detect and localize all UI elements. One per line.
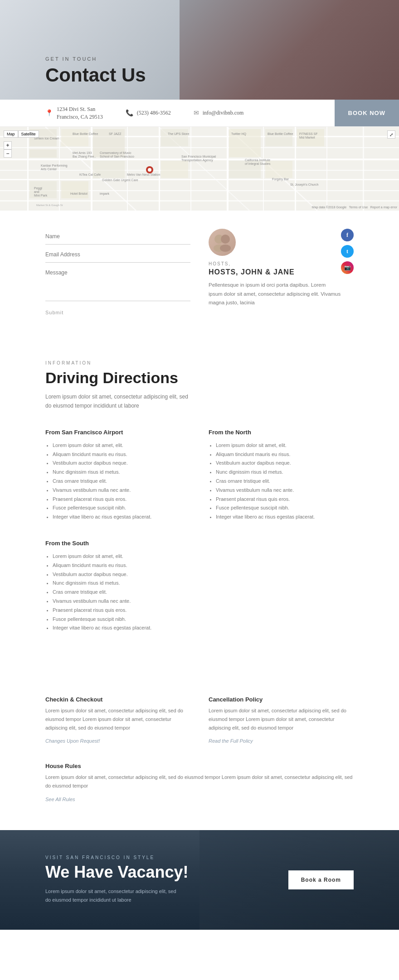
south-list: Lorem ipsum dolor sit amet, elit. Aliqua…	[45, 552, 200, 633]
svg-text:Metro Van Ness Station: Metro Van Ness Station	[127, 173, 161, 176]
svg-rect-16	[295, 127, 296, 211]
svg-text:Transportation Agency: Transportation Agency	[181, 159, 213, 162]
hosts-description: Pellentesque in ipsum id orci porta dapi…	[209, 281, 341, 307]
list-item: Aliquam tincidunt mauris eu risus.	[216, 450, 354, 459]
list-item: Vivamus vestibulum nulla nec ante.	[216, 486, 354, 495]
svg-rect-23	[29, 149, 57, 158]
directions-north: From the North Lorem ipsum dolor sit ame…	[209, 429, 354, 522]
list-item: Nunc dignissim risus id metus.	[53, 579, 200, 588]
cta-title: We Have Vacancy!	[45, 863, 288, 882]
hosts-name: HOSTS, JOHN & JANE	[209, 268, 341, 276]
svg-text:Twitter HQ: Twitter HQ	[231, 132, 247, 136]
svg-rect-17	[326, 127, 327, 211]
svg-rect-15	[263, 127, 264, 211]
map-section: Simien Ice Cream Blue Bottle Coffee SF J…	[0, 127, 399, 211]
instagram-icon[interactable]: 📷	[341, 261, 354, 274]
contact-phone: 📞 (523) 486-3562	[126, 109, 171, 117]
directions-eyebrow: INFORMATION	[45, 360, 354, 365]
directions-south-block: From the South Lorem ipsum dolor sit ame…	[45, 540, 354, 651]
hero-section: GET IN TOUCH Contact Us	[0, 0, 399, 100]
list-item: Cras ornare tristique elit.	[53, 588, 200, 597]
checkin-policy: Checkin & Checkout Lorem ipsum dolor sit…	[45, 696, 190, 745]
cancellation-title: Cancellation Policy	[209, 696, 354, 703]
north-list: Lorem ipsum dolor sit amet, elit. Aliqua…	[209, 441, 354, 522]
directions-grid-top: From San Francisco Airport Lorem ipsum d…	[45, 429, 354, 522]
satellite-button[interactable]: Satellite	[18, 130, 39, 138]
phone-number: (523) 486-3562	[137, 110, 171, 116]
house-rules-text: Lorem ipsum dolor sit amet, consectetur …	[45, 773, 354, 790]
list-item: Nunc dignissim risus id metus.	[53, 468, 190, 477]
name-input[interactable]	[45, 229, 190, 245]
map-footer: Map data ©2018 Google Terms of Use Repor…	[312, 206, 397, 209]
list-item: Lorem ipsum dolor sit amet, elit.	[216, 441, 354, 450]
book-room-button[interactable]: Book a Room	[288, 870, 354, 889]
directions-description: Lorem ipsum dolor sit amet, consectetur …	[45, 392, 190, 411]
list-item: Lorem ipsum dolor sit amet, elit.	[53, 441, 190, 450]
house-rules-title: House Rules	[45, 763, 354, 769]
contact-bar: 📍 1234 Divi St. San Francisco, CA 29513 …	[0, 100, 399, 127]
svg-rect-11	[127, 127, 128, 211]
directions-airport: From San Francisco Airport Lorem ipsum d…	[45, 429, 190, 522]
svg-text:California Institute: California Institute	[245, 159, 270, 162]
svg-rect-26	[161, 129, 188, 146]
list-item: Integer vitae libero ac risus egestas pl…	[53, 624, 200, 633]
checkin-link[interactable]: Changes Upon Request!	[45, 738, 100, 744]
map-button[interactable]: Map	[4, 130, 18, 138]
list-item: Vivamus vestibulum nulla nec ante.	[53, 597, 200, 606]
phone-icon: 📞	[126, 109, 133, 117]
list-item: Vestibulum auctor dapibus neque.	[53, 459, 190, 468]
expand-map-button[interactable]: ⤢	[387, 130, 395, 139]
book-now-button[interactable]: Book Now	[335, 100, 399, 126]
map-zoom[interactable]: + −	[4, 141, 12, 158]
svg-text:of Integral Studies: of Integral Studies	[245, 162, 271, 166]
contact-form: Submit	[45, 229, 190, 315]
map-background: Simien Ice Cream Blue Bottle Coffee SF J…	[0, 127, 399, 211]
hero-eyebrow: GET IN TOUCH	[45, 56, 146, 62]
address-line1: 1234 Divi St. San	[57, 106, 103, 113]
svg-text:Conservatory of Music: Conservatory of Music	[100, 151, 131, 155]
svg-rect-33	[161, 161, 188, 178]
submit-button[interactable]: Submit	[45, 310, 63, 315]
checkin-title: Checkin & Checkout	[45, 696, 190, 703]
driving-directions-section: INFORMATION Driving Directions Lorem ips…	[0, 333, 399, 678]
house-rules-link[interactable]: See All Rules	[45, 797, 75, 802]
message-input[interactable]	[45, 265, 190, 301]
list-item: Integer vitae libero ac risus egestas pl…	[216, 513, 354, 522]
list-item: Fusce pellentesque suscipit nibh.	[53, 504, 190, 513]
email-input[interactable]	[45, 247, 190, 263]
list-item: Fusce pellentesque suscipit nibh.	[53, 615, 200, 624]
svg-text:Mini Park: Mini Park	[34, 194, 48, 197]
svg-rect-8	[27, 127, 29, 211]
list-item: Lorem ipsum dolor sit amet, elit.	[53, 552, 200, 561]
cancellation-link[interactable]: Read the Full Policy	[209, 738, 253, 744]
twitter-icon[interactable]: t	[341, 245, 354, 258]
svg-rect-28	[265, 129, 292, 146]
svg-text:SF JAZZ: SF JAZZ	[109, 132, 122, 135]
svg-rect-14	[227, 127, 229, 211]
svg-point-70	[220, 245, 231, 252]
svg-text:Forgery Bar: Forgery Bar	[272, 178, 289, 181]
list-item: Aliquam tincidunt mauris eu risus.	[53, 450, 190, 459]
cta-footer: VISIT SAN FRANCISCO IN STYLE We Have Vac…	[0, 830, 399, 930]
facebook-icon[interactable]: f	[341, 229, 354, 241]
svg-text:Hotel Bristol: Hotel Bristol	[70, 192, 88, 195]
svg-text:The UPS Store: The UPS Store	[168, 132, 189, 135]
hosts-section: Hosts, HOSTS, JOHN & JANE Pellentesque i…	[209, 229, 354, 307]
address-line2: Francisco, CA 29513	[57, 113, 103, 121]
email-address: info@divibnb.com	[203, 110, 244, 116]
list-item: Vivamus vestibulum nulla nec ante.	[53, 486, 190, 495]
zoom-out-button[interactable]: −	[4, 149, 12, 158]
zoom-in-button[interactable]: +	[4, 141, 12, 149]
list-item: Cras ornare tristique elit.	[216, 477, 354, 486]
cancellation-policy: Cancellation Policy Lorem ipsum dolor si…	[209, 696, 354, 745]
cta-description: Lorem ipsum dolor sit amet, consectetur …	[45, 887, 181, 904]
airport-list: Lorem ipsum dolor sit amet, elit. Aliqua…	[45, 441, 190, 522]
svg-text:Bai Zhang Flee..: Bai Zhang Flee..	[73, 155, 96, 159]
svg-text:FITNESS SF: FITNESS SF	[299, 132, 317, 135]
map-controls[interactable]: Map Satellite	[4, 130, 39, 138]
contact-hosts-section: Submit Hosts, HOSTS, JOHN & JANE Pellent…	[0, 211, 399, 333]
svg-text:Market St & Gough St: Market St & Gough St	[36, 204, 63, 207]
svg-text:Mid Market: Mid Market	[299, 136, 315, 139]
list-item: Vestibulum auctor dapibus neque.	[53, 570, 200, 579]
policy-grid: Checkin & Checkout Lorem ipsum dolor sit…	[45, 696, 354, 745]
